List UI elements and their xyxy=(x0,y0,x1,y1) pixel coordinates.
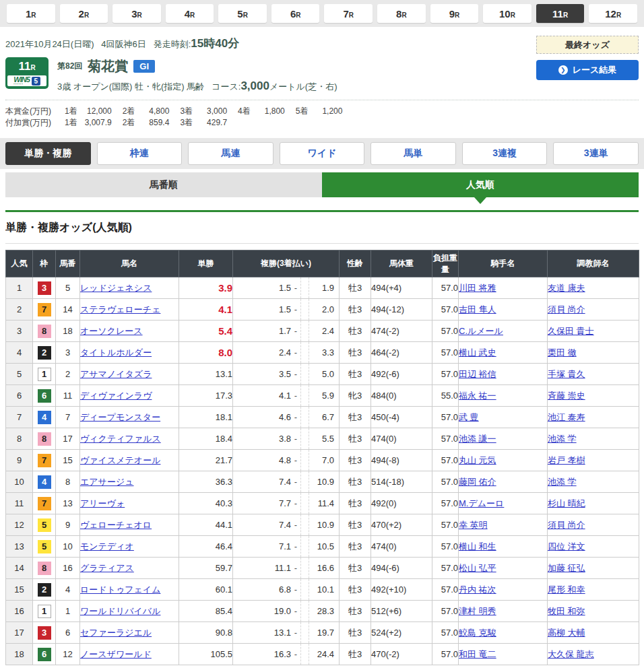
place-odds-max: 10.1 xyxy=(309,584,339,595)
horse-name-link[interactable]: モンテディオ xyxy=(80,541,134,551)
tab-popularity-order[interactable]: 人気順 xyxy=(322,172,639,197)
horse-name-link[interactable]: ロードトゥフェイム xyxy=(80,584,160,595)
jockey-link[interactable]: 福永 祐一 xyxy=(459,391,496,401)
race-tab-4r[interactable]: 4R xyxy=(166,4,214,23)
trainer-link[interactable]: 池添 学 xyxy=(548,477,577,487)
jockey-link[interactable]: 池添 謙一 xyxy=(459,434,496,444)
jockey-link[interactable]: M.デムーロ xyxy=(459,498,504,508)
rank-cell: 1 xyxy=(6,277,33,299)
trainer-link[interactable]: 手塚 貴久 xyxy=(548,369,585,379)
bet-type-button-2[interactable]: 馬連 xyxy=(188,142,273,165)
trainer-link[interactable]: 池江 泰寿 xyxy=(548,412,585,422)
win-odds-cell: 59.7 xyxy=(179,558,233,579)
jockey-link[interactable]: 松山 弘平 xyxy=(459,563,496,573)
trainer-link[interactable]: 四位 洋文 xyxy=(548,541,585,551)
trainer-link[interactable]: 須貝 尚介 xyxy=(548,304,585,314)
horse-name-link[interactable]: ヴェローチェオロ xyxy=(80,520,152,530)
bet-type-button-6[interactable]: 3連単 xyxy=(553,142,639,165)
horse-name-link[interactable]: アリーヴォ xyxy=(80,498,125,508)
horse-name-link[interactable]: レッドジェネシス xyxy=(80,283,152,293)
jockey-link[interactable]: 幸 英明 xyxy=(459,520,488,530)
race-tab-11r[interactable]: 11R xyxy=(536,4,585,23)
horse-name-link[interactable]: ノースザワールド xyxy=(80,649,152,659)
trainer-link[interactable]: 久保田 貴士 xyxy=(548,326,594,336)
race-tab-10r[interactable]: 10R xyxy=(483,4,532,23)
race-tab-6r[interactable]: 6R xyxy=(271,4,320,23)
load-weight-cell: 57.0 xyxy=(432,277,459,299)
rank-cell: 3 xyxy=(6,321,33,342)
trainer-link[interactable]: 尾形 和幸 xyxy=(548,584,585,595)
jockey-link[interactable]: 津村 明秀 xyxy=(459,606,496,616)
win-odds-value: 40.3 xyxy=(216,498,232,508)
win-odds-cell: 60.1 xyxy=(179,579,233,601)
race-tab-2r[interactable]: 2R xyxy=(60,4,108,23)
bet-type-button-3[interactable]: ワイド xyxy=(280,142,365,165)
race-tab-8r[interactable]: 8R xyxy=(377,4,426,23)
trainer-link[interactable]: 杉山 晴紀 xyxy=(548,498,585,508)
horse-name-link[interactable]: オーソクレース xyxy=(80,326,143,336)
bet-type-button-5[interactable]: 3連複 xyxy=(462,142,548,165)
win-odds-value: 36.3 xyxy=(216,477,232,487)
race-tab-number: 1 xyxy=(26,8,31,20)
horse-name-link[interactable]: タイトルホルダー xyxy=(80,347,152,358)
horse-name-link[interactable]: ワールドリバイバル xyxy=(80,606,160,616)
jockey-link[interactable]: 丹内 祐次 xyxy=(459,584,496,595)
horse-name-link[interactable]: ヴィクティファルス xyxy=(80,434,161,444)
race-tab-3r[interactable]: 3R xyxy=(112,4,161,23)
horse-name-link[interactable]: グラティアス xyxy=(80,563,134,573)
trainer-link[interactable]: 池添 学 xyxy=(548,434,577,444)
horse-name-link[interactable]: エアサージュ xyxy=(80,477,134,487)
jockey-link[interactable]: 武 豊 xyxy=(459,412,479,422)
trainer-link[interactable]: 高柳 大輔 xyxy=(548,628,585,638)
jockey-link[interactable]: 丸山 元気 xyxy=(459,455,496,465)
jockey-link[interactable]: 横山 武史 xyxy=(459,347,496,358)
horse-name-link[interactable]: アサマノイタズラ xyxy=(80,369,152,379)
jockey-link[interactable]: 藤岡 佑介 xyxy=(459,477,496,487)
race-tab-12r[interactable]: 12R xyxy=(589,4,637,23)
trainer-link[interactable]: 友道 康夫 xyxy=(548,283,585,293)
horse-name-link[interactable]: ヴァイスメテオール xyxy=(80,455,160,465)
trainer-link[interactable]: 須貝 尚介 xyxy=(548,520,585,530)
horse-name-link[interactable]: ステラヴェローチェ xyxy=(80,304,160,314)
trainer-link[interactable]: 斉藤 崇史 xyxy=(548,391,585,401)
bet-type-button-4[interactable]: 馬単 xyxy=(371,142,456,165)
jockey-link[interactable]: C.ルメール xyxy=(459,326,503,336)
trainer-link[interactable]: 大久保 龍志 xyxy=(548,649,594,659)
jockey-link[interactable]: 田辺 裕信 xyxy=(459,369,496,379)
jockey-link[interactable]: 鮫島 克駿 xyxy=(459,628,496,638)
main-prize-line: 本賞金(万円) 1着12,0002着4,8003着3,0004着1,8005着1… xyxy=(5,106,639,117)
bet-type-button-1[interactable]: 枠連 xyxy=(97,142,183,165)
place-odds-range: 4.1-5.9 xyxy=(233,385,339,406)
horse-name-cell: オーソクレース xyxy=(80,321,179,342)
bet-type-strip: 単勝・複勝枠連馬連ワイド馬単3連複3連単 xyxy=(0,138,644,169)
race-tab-9r[interactable]: 9R xyxy=(430,4,479,23)
range-separator: - xyxy=(291,391,300,401)
bet-type-button-0[interactable]: 単勝・複勝 xyxy=(5,142,91,165)
horse-name-link[interactable]: ディープモンスター xyxy=(80,412,160,422)
trainer-cell: 手塚 貴久 xyxy=(548,364,639,385)
race-tab-5r[interactable]: 5R xyxy=(218,4,267,23)
divider xyxy=(300,536,309,557)
horse-name-link[interactable]: セファーラジエル xyxy=(80,628,152,638)
place-odds-min: 16.3 xyxy=(233,649,291,659)
jockey-link[interactable]: 和田 竜二 xyxy=(459,649,496,659)
race-tab-suffix: R xyxy=(31,11,36,19)
tab-horse-number-order[interactable]: 馬番順 xyxy=(5,172,322,197)
race-tab-7r[interactable]: 7R xyxy=(324,4,373,23)
horse-name-link[interactable]: ディヴァインラヴ xyxy=(80,391,152,401)
jockey-cell: 幸 英明 xyxy=(459,514,548,536)
final-odds-button[interactable]: 最終オッズ xyxy=(536,36,639,54)
jockey-link[interactable]: 吉田 隼人 xyxy=(459,304,496,314)
jockey-link[interactable]: 横山 和生 xyxy=(459,541,496,551)
divider xyxy=(300,579,309,600)
race-result-button[interactable]: ❯ レース結果 xyxy=(536,60,639,80)
trainer-link[interactable]: 牧田 和弥 xyxy=(548,606,585,616)
trainer-link[interactable]: 岩戸 孝樹 xyxy=(548,455,585,465)
place-odds-cell: 4.8-7.0 xyxy=(233,450,340,471)
race-tab-1r[interactable]: 1R xyxy=(7,4,55,23)
trainer-link[interactable]: 栗田 徹 xyxy=(548,347,577,358)
sex-age-cell: 牡3 xyxy=(340,493,371,514)
horse-number-cell: 9 xyxy=(56,514,80,536)
jockey-link[interactable]: 川田 将雅 xyxy=(459,283,496,293)
trainer-link[interactable]: 加藤 征弘 xyxy=(548,563,585,573)
